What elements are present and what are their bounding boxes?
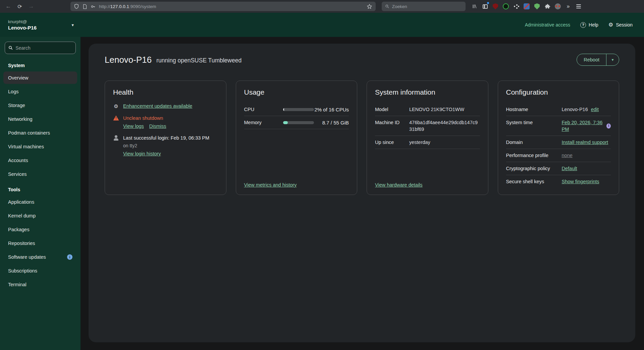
- page-info-icon[interactable]: [82, 4, 87, 9]
- updates-gear-icon: ⚙: [114, 104, 118, 109]
- browser-url-bar[interactable]: http://127.0.0.1:9090/system: [70, 2, 376, 11]
- sidebar-item-logs[interactable]: Logs: [3, 85, 77, 98]
- system-information-card: System information Model LENOVO 21K9CTO1…: [367, 81, 488, 195]
- ghostery-extension-icon[interactable]: [502, 3, 509, 10]
- cpu-value: 2% of 16 CPUs: [314, 107, 349, 112]
- noscript-extension-icon[interactable]: [523, 3, 530, 10]
- memory-usage-row: Memory 8.7 / 55 GiB: [244, 116, 349, 129]
- sidebar-nav: System Overview Logs Storage Networking …: [0, 37, 80, 350]
- sidebar-toggle-icon[interactable]: [481, 3, 489, 10]
- ssh-keys-row: Secure shell keys Show fingerprints: [506, 175, 611, 188]
- last-login-text: Last successful login: Feb 19, 06:33 PM: [123, 135, 209, 141]
- administrative-access-button[interactable]: Administrative access: [525, 22, 570, 28]
- memory-label: Memory: [244, 120, 283, 125]
- sidebar-item-accounts[interactable]: Accounts: [3, 154, 77, 166]
- key-icon[interactable]: [90, 4, 96, 9]
- machine-id-value: 476ba1df4aee44e29dcdb147c931bf69: [409, 119, 480, 133]
- edit-hostname-link[interactable]: edit: [591, 106, 599, 113]
- help-menu[interactable]: ? Help: [580, 22, 598, 28]
- health-card-title: Health: [113, 88, 218, 96]
- view-logs-link[interactable]: View logs: [123, 123, 144, 129]
- library-icon[interactable]: [471, 3, 478, 10]
- browser-reload-button[interactable]: ⟳: [14, 1, 25, 11]
- sidebar-item-packages[interactable]: Packages: [3, 223, 77, 236]
- logged-in-user: knurpht@: [8, 19, 71, 24]
- reboot-dropdown-toggle[interactable]: ▾: [606, 54, 619, 65]
- view-hardware-details-link[interactable]: View hardware details: [375, 182, 423, 188]
- up-since-value: yesterday: [409, 139, 480, 146]
- usage-card: Usage CPU 2% of 16 CPUs Memory 8.7 / 55 …: [236, 81, 358, 195]
- chevron-down-icon: ▾: [71, 22, 74, 28]
- model-row: Model LENOVO 21K9CTO1WW: [375, 103, 480, 116]
- crypto-policy-row: Cryptographic policy Default: [506, 162, 611, 175]
- menu-hamburger-icon[interactable]: [575, 3, 582, 10]
- browser-search-input[interactable]: [392, 4, 462, 9]
- configuration-title: Configuration: [506, 88, 611, 96]
- main-area: Lenovo-P16 running openSUSE Tumbleweed R…: [80, 37, 644, 350]
- system-information-title: System information: [375, 88, 480, 96]
- show-fingerprints-link[interactable]: Show fingerprints: [562, 179, 599, 184]
- browser-back-button[interactable]: ←: [3, 1, 14, 11]
- sidebar-item-terminal[interactable]: Terminal: [3, 278, 77, 291]
- ublock-extension-icon[interactable]: [492, 3, 499, 10]
- domain-row: Domain Install realmd support: [506, 136, 611, 149]
- system-overview-page: Lenovo-P16 running openSUSE Tumbleweed R…: [89, 44, 635, 342]
- puzzle-extensions-icon[interactable]: [544, 3, 551, 10]
- configuration-card: Configuration Hostname Lenovo-P16 edit S…: [498, 81, 620, 195]
- gear-icon: ⚙: [608, 22, 613, 28]
- browser-forward-button[interactable]: →: [25, 1, 37, 11]
- sidebar-item-overview[interactable]: Overview: [3, 71, 77, 84]
- help-icon: ?: [580, 22, 586, 28]
- reboot-button[interactable]: Reboot: [577, 54, 606, 65]
- sidebar-item-subscriptions[interactable]: Subscriptions: [3, 264, 77, 277]
- sidebar-item-storage[interactable]: Storage: [3, 99, 77, 111]
- sidebar-item-services[interactable]: Services: [3, 168, 77, 180]
- page-title: Lenovo-P16: [105, 55, 152, 65]
- sidebar-search[interactable]: [5, 42, 76, 54]
- browser-extensions: »: [471, 3, 582, 10]
- view-login-history-link[interactable]: View login history: [123, 151, 161, 156]
- hostname-value: Lenovo-P16: [562, 106, 588, 113]
- bookmark-star-icon[interactable]: [367, 4, 372, 9]
- url-text[interactable]: http://127.0.0.1:9090/system: [99, 4, 364, 9]
- sidebar-item-podman-containers[interactable]: Podman containers: [3, 127, 77, 139]
- install-realmd-link[interactable]: Install realmd support: [562, 140, 608, 145]
- adguard-extension-icon[interactable]: [533, 3, 541, 10]
- hostname-row: Hostname Lenovo-P16 edit: [506, 103, 611, 116]
- enhancement-updates-link[interactable]: Enhancement updates available: [123, 103, 192, 109]
- tracking-shield-icon[interactable]: [74, 4, 79, 9]
- browser-search-bar[interactable]: [382, 2, 466, 11]
- crypto-policy-link[interactable]: Default: [562, 166, 577, 171]
- sidebar-item-repositories[interactable]: Repositories: [3, 237, 77, 249]
- info-icon: i: [67, 254, 72, 260]
- sidebar-item-applications[interactable]: Applications: [3, 196, 77, 208]
- system-time-link[interactable]: Feb 20, 2026, 7:36 PM: [562, 119, 604, 133]
- host-switcher-dropdown[interactable]: knurpht@ Lenovo-P16 ▾: [0, 19, 80, 31]
- host-name: Lenovo-P16: [8, 24, 71, 31]
- usage-card-title: Usage: [244, 88, 349, 96]
- memory-value: 8.7 / 55 GiB: [314, 120, 349, 126]
- sidebar-item-kernel-dump[interactable]: Kernel dump: [3, 209, 77, 222]
- sidebar-item-networking[interactable]: Networking: [3, 113, 77, 125]
- sidebar-search-input[interactable]: [15, 45, 72, 51]
- cpu-progress-bar: [283, 108, 314, 111]
- search-icon: [8, 45, 13, 50]
- search-icon: [385, 4, 389, 9]
- performance-profile-row: Performance profile none: [506, 149, 611, 162]
- machine-id-row: Machine ID 476ba1df4aee44e29dcdb147c931b…: [375, 116, 480, 136]
- tampermonkey-extension-icon[interactable]: [554, 3, 561, 10]
- dots-extension-icon[interactable]: [513, 3, 520, 10]
- cockpit-masthead: knurpht@ Lenovo-P16 ▾ Administrative acc…: [0, 13, 644, 37]
- health-card: Health ⚙ Enhancement updates available !…: [105, 81, 226, 195]
- page-subtitle: running openSUSE Tumbleweed: [156, 55, 241, 64]
- dismiss-link[interactable]: Dismiss: [149, 123, 166, 129]
- overflow-chevrons-icon[interactable]: »: [565, 3, 572, 10]
- cpu-usage-row: CPU 2% of 16 CPUs: [244, 103, 349, 116]
- sidebar-heading-tools: Tools: [0, 182, 80, 194]
- session-menu[interactable]: ⚙ Session: [608, 22, 633, 28]
- view-metrics-link[interactable]: View metrics and history: [244, 182, 297, 188]
- up-since-row: Up since yesterday: [375, 136, 480, 149]
- sidebar-item-virtual-machines[interactable]: Virtual machines: [3, 140, 77, 153]
- sidebar-item-software-updates[interactable]: Software updates i: [3, 251, 77, 263]
- time-info-icon[interactable]: i: [606, 123, 611, 129]
